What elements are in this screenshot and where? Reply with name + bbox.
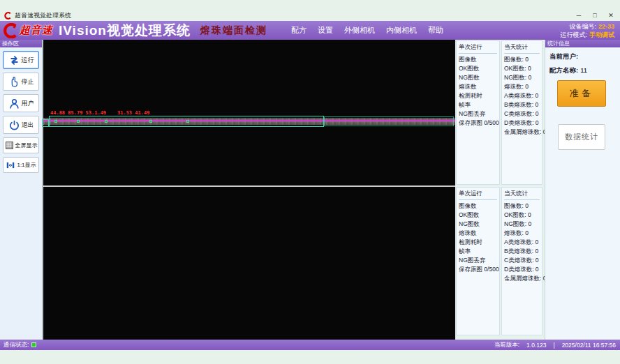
stop-button[interactable]: 停止 — [3, 73, 39, 91]
operation-panel-title: 操作区 — [0, 40, 42, 47]
run-button[interactable]: 运行 — [3, 51, 39, 69]
status-datetime: 2025/02/11 16:57:56 — [562, 342, 616, 349]
stat-row: A类熔珠数: 0 — [504, 238, 540, 247]
stat-row: 图像数 — [459, 55, 497, 64]
comm-status: 通信状态: — [3, 341, 36, 349]
strip-marker — [186, 120, 189, 123]
stat-row: OK图数: 0 — [504, 64, 540, 73]
daily-stats-title: 当天统计 — [504, 189, 540, 200]
stat-row: 检测耗时 — [459, 238, 497, 247]
current-user-line: 当前用户: — [549, 52, 620, 61]
outer-camera-viewport[interactable]: 44.88 85.79 53.1.49 31.53 41.49 — [43, 40, 455, 185]
device-number-value: 22-33 — [598, 23, 614, 30]
single-run-panel: 单次运行 图像数OK图数NG图数熔珠数检测耗时帧率NG图丢弃保存原图 0/500 — [456, 40, 500, 185]
info-panel-title: 统计信息 — [545, 40, 620, 47]
stat-row: OK图数 — [459, 64, 497, 73]
strip-marker — [105, 120, 108, 123]
stat-row: NG图数 — [459, 220, 497, 229]
stat-row: NG图数: 0 — [504, 220, 540, 229]
stat-row: 熔珠数: 0 — [504, 82, 540, 91]
stat-row: 图像数 — [459, 202, 497, 211]
close-button[interactable]: ✕ — [606, 11, 616, 20]
measurement-annotation: 44.88 85.79 53.1.49 — [50, 110, 106, 116]
status-bar-right: 当前版本: 1.0.123 | 2025/02/11 16:57:56 — [494, 341, 616, 349]
stat-row: B类熔珠数: 0 — [504, 100, 540, 109]
strip-marker — [54, 120, 57, 123]
run-button-label: 运行 — [22, 56, 34, 65]
daily-stats-rows: 图像数: 0OK图数: 0NG图数: 0熔珠数: 0A类熔珠数: 0B类熔珠数:… — [504, 55, 540, 137]
recipe-name-line: 配方名称:11 — [549, 66, 620, 75]
exit-button-label: 退出 — [22, 121, 34, 130]
exit-button[interactable]: 退出 — [3, 116, 39, 134]
camera-viewport-area: 44.88 85.79 53.1.49 31.53 41.49 53.11 56… — [43, 40, 455, 340]
single-run-panel: 单次运行 图像数OK图数NG图数熔珠数检测耗时帧率NG图丢弃保存原图 0/500 — [456, 187, 500, 335]
user-button-label: 用户 — [22, 99, 34, 108]
stat-row: C类熔珠数: 0 — [504, 256, 540, 265]
single-run-title: 单次运行 — [459, 43, 497, 54]
stat-row: 熔珠数 — [459, 82, 497, 91]
comm-status-label: 通信状态: — [3, 341, 29, 349]
recipe-name-label: 配方名称: — [549, 66, 578, 74]
detection-outline — [43, 119, 49, 127]
brand-swirl-icon — [3, 23, 18, 38]
stat-row: 保存原图 0/500 — [459, 265, 497, 274]
stat-row: 熔珠数 — [459, 229, 497, 238]
app-subtitle: 熔珠端面检测 — [200, 24, 267, 37]
user-icon — [8, 98, 20, 109]
maximize-button[interactable]: □ — [590, 11, 600, 20]
version-value: 1.0.123 — [526, 342, 546, 349]
fullscreen-display-button[interactable]: 全屏显示 — [3, 137, 39, 153]
data-statistics-button[interactable]: 数据统计 — [558, 124, 605, 150]
current-user-label: 当前用户: — [549, 52, 578, 60]
power-icon — [8, 119, 20, 131]
stop-button-label: 停止 — [22, 77, 34, 86]
daily-stats-panel: 当天统计 图像数: 0OK图数: 0NG图数: 0熔珠数: 0A类熔珠数: 0B… — [501, 187, 542, 335]
stat-row: B类熔珠数: 0 — [504, 247, 540, 256]
single-run-rows: 图像数OK图数NG图数熔珠数检测耗时帧率NG图丢弃保存原图 0/500 — [459, 202, 497, 274]
stat-row: 帧率 — [459, 247, 497, 256]
stat-row: D类熔珠数: 0 — [504, 265, 540, 274]
stat-row: 检测耗时 — [459, 91, 497, 100]
prepare-button[interactable]: 准备 — [557, 80, 606, 107]
user-button[interactable]: 用户 — [3, 94, 39, 112]
app-header: 超音速 IVision视觉处理系统 熔珠端面检测 配方设置外侧相机内侧相机帮助 … — [0, 21, 620, 40]
stats-panel-inner-camera: 单次运行 图像数OK图数NG图数熔珠数检测耗时帧率NG图丢弃保存原图 0/500… — [456, 187, 542, 335]
stat-row: NG图丢弃 — [459, 109, 497, 119]
menu-item[interactable]: 内侧相机 — [386, 25, 417, 36]
dither-grid-icon — [5, 141, 14, 150]
comm-status-indicator-icon — [31, 342, 36, 347]
stat-row: C类熔珠数: 0 — [504, 109, 540, 119]
brand-text: 超音速 — [20, 24, 53, 37]
run-mode-line: 运行模式:手动调试 — [560, 31, 614, 39]
menu-item[interactable]: 外侧相机 — [344, 25, 375, 36]
stat-row: NG图数: 0 — [504, 73, 540, 82]
measurement-annotation: 31.53 41.49 — [117, 110, 149, 116]
one-to-one-display-button[interactable]: 1:1显示 — [3, 157, 39, 173]
window-title: 超音速视觉处理系统 — [15, 11, 71, 20]
menu-item[interactable]: 帮助 — [428, 25, 443, 36]
menu-item[interactable]: 配方 — [291, 25, 307, 36]
stat-row: 图像数: 0 — [504, 55, 540, 64]
operation-sidebar: 操作区 运行 停止 用户 退出 全屏显示 — [0, 40, 43, 340]
menu-item[interactable]: 设置 — [318, 25, 333, 36]
hand-icon — [8, 76, 20, 88]
window-titlebar: 超音速视觉处理系统 ─ □ ✕ — [0, 0, 620, 21]
run-mode-value: 手动调试 — [589, 31, 614, 38]
stat-row: A类熔珠数: 0 — [504, 91, 540, 100]
one-to-one-display-label: 1:1显示 — [17, 161, 36, 169]
fullscreen-display-label: 全屏显示 — [15, 142, 38, 149]
single-run-rows: 图像数OK图数NG图数熔珠数检测耗时帧率NG图丢弃保存原图 0/500 — [459, 55, 497, 128]
single-run-title: 单次运行 — [459, 189, 497, 200]
status-separator: | — [553, 342, 554, 349]
stat-row: 熔珠数: 0 — [504, 229, 540, 238]
device-number-label: 设备编号: — [569, 23, 596, 30]
minimize-button[interactable]: ─ — [574, 11, 584, 20]
version-label: 当前版本: — [494, 341, 519, 349]
stats-panel-outer-camera: 单次运行 图像数OK图数NG图数熔珠数检测耗时帧率NG图丢弃保存原图 0/500… — [456, 40, 542, 185]
status-bar: 通信状态: 当前版本: 1.0.123 | 2025/02/11 16:57:5… — [0, 340, 620, 350]
recipe-name-value: 11 — [580, 66, 587, 74]
inner-camera-viewport[interactable]: 53.11 56.43 — [43, 187, 455, 340]
strip-marker — [149, 120, 152, 123]
stat-row: NG图数 — [459, 73, 497, 82]
app-logo-icon — [4, 12, 12, 20]
